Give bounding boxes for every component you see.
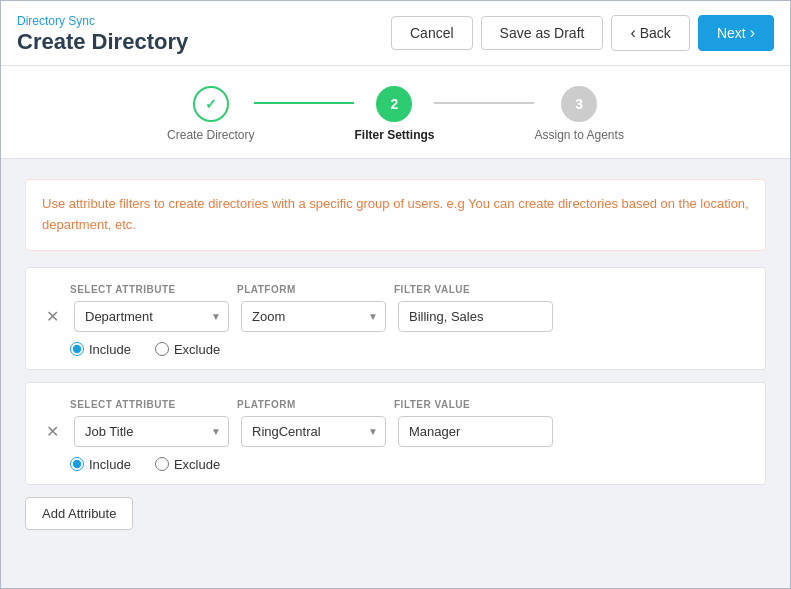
step-filter-settings: 2 Filter Settings xyxy=(354,86,434,142)
step-1-label: Create Directory xyxy=(167,128,254,142)
add-attribute-section: Add Attribute xyxy=(25,497,766,530)
attribute-select-wrapper-2: Department Job Title Location Manager ▼ xyxy=(74,416,229,447)
filter-value-input-1[interactable] xyxy=(398,301,553,332)
exclude-option-1[interactable]: Exclude xyxy=(155,342,220,357)
connector-2-3 xyxy=(434,102,534,104)
remove-filter-2-button[interactable]: ✕ xyxy=(42,421,62,441)
radio-row-2: Include Exclude xyxy=(42,457,749,472)
platform-label-2: PLATFORM xyxy=(237,399,382,410)
filters-section: SELECT ATTRIBUTE PLATFORM FILTER VALUE ✕… xyxy=(25,267,766,485)
connector-1-2 xyxy=(254,102,354,104)
platform-label-1: PLATFORM xyxy=(237,284,382,295)
page-title: Create Directory xyxy=(17,29,188,55)
cancel-button[interactable]: Cancel xyxy=(391,16,473,50)
filter-row-1: SELECT ATTRIBUTE PLATFORM FILTER VALUE ✕… xyxy=(25,267,766,370)
step-1-circle xyxy=(193,86,229,122)
filter-row-2: SELECT ATTRIBUTE PLATFORM FILTER VALUE ✕… xyxy=(25,382,766,485)
step-2-label: Filter Settings xyxy=(354,128,434,142)
header-left: Directory Sync Create Directory xyxy=(17,11,188,55)
platform-select-1[interactable]: Zoom RingCentral Okta Azure AD xyxy=(241,301,386,332)
add-attribute-button[interactable]: Add Attribute xyxy=(25,497,133,530)
platform-select-wrapper-1: Zoom RingCentral Okta Azure AD ▼ xyxy=(241,301,386,332)
include-option-2[interactable]: Include xyxy=(70,457,131,472)
include-radio-2[interactable] xyxy=(70,457,84,471)
chevron-left-icon xyxy=(630,24,635,42)
attribute-select-1[interactable]: Department Job Title Location Manager xyxy=(74,301,229,332)
remove-filter-1-button[interactable]: ✕ xyxy=(42,306,62,326)
exclude-radio-2[interactable] xyxy=(155,457,169,471)
step-create-directory: Create Directory xyxy=(167,86,254,142)
filter-headers-2: SELECT ATTRIBUTE PLATFORM FILTER VALUE xyxy=(42,399,749,410)
main-container: Directory Sync Create Directory Cancel S… xyxy=(0,0,791,589)
exclude-option-2[interactable]: Exclude xyxy=(155,457,220,472)
filter-value-label-2: FILTER VALUE xyxy=(394,399,549,410)
select-attribute-label-1: SELECT ATTRIBUTE xyxy=(70,284,225,295)
breadcrumb-link[interactable]: Directory Sync xyxy=(17,14,95,28)
stepper-container: Create Directory 2 Filter Settings 3 Ass… xyxy=(1,66,790,159)
include-radio-1[interactable] xyxy=(70,342,84,356)
exclude-radio-1[interactable] xyxy=(155,342,169,356)
attribute-select-2[interactable]: Department Job Title Location Manager xyxy=(74,416,229,447)
header-actions: Cancel Save as Draft Back Next xyxy=(391,15,774,51)
step-assign-agents: 3 Assign to Agents xyxy=(534,86,623,142)
filter-headers-1: SELECT ATTRIBUTE PLATFORM FILTER VALUE xyxy=(42,284,749,295)
save-draft-button[interactable]: Save as Draft xyxy=(481,16,604,50)
platform-select-2[interactable]: Zoom RingCentral Okta Azure AD xyxy=(241,416,386,447)
include-option-1[interactable]: Include xyxy=(70,342,131,357)
filter-inputs-2: ✕ Department Job Title Location Manager … xyxy=(42,416,749,447)
checkmark-icon xyxy=(205,96,217,112)
select-attribute-label-2: SELECT ATTRIBUTE xyxy=(70,399,225,410)
chevron-right-icon xyxy=(750,24,755,42)
step-3-label: Assign to Agents xyxy=(534,128,623,142)
next-button[interactable]: Next xyxy=(698,15,774,51)
info-text: Use attribute filters to create director… xyxy=(42,194,749,236)
stepper: Create Directory 2 Filter Settings 3 Ass… xyxy=(167,86,624,142)
radio-row-1: Include Exclude xyxy=(42,342,749,357)
filter-inputs-1: ✕ Department Job Title Location Manager … xyxy=(42,301,749,332)
content-area: Create Directory 2 Filter Settings 3 Ass… xyxy=(1,66,790,588)
header: Directory Sync Create Directory Cancel S… xyxy=(1,1,790,66)
attribute-select-wrapper-1: Department Job Title Location Manager ▼ xyxy=(74,301,229,332)
back-button[interactable]: Back xyxy=(611,15,689,51)
filter-value-input-2[interactable] xyxy=(398,416,553,447)
step-3-circle: 3 xyxy=(561,86,597,122)
filter-value-label-1: FILTER VALUE xyxy=(394,284,549,295)
platform-select-wrapper-2: Zoom RingCentral Okta Azure AD ▼ xyxy=(241,416,386,447)
info-section: Use attribute filters to create director… xyxy=(25,179,766,251)
step-2-circle: 2 xyxy=(376,86,412,122)
